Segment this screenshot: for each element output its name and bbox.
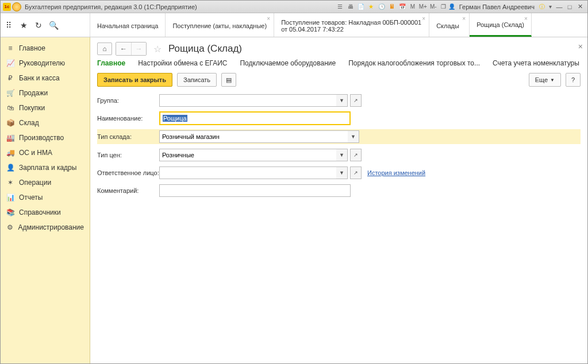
tab-close-icon[interactable]: × — [462, 16, 466, 22]
tab-close-icon[interactable]: × — [524, 16, 528, 22]
sidebar-label: ОС и НМА — [19, 149, 52, 157]
box-icon: 📦 — [6, 119, 14, 127]
type-dropdown-button[interactable]: ▼ — [348, 130, 359, 143]
tab-start-page[interactable]: Начальная страница — [90, 13, 166, 37]
main-menu-button[interactable] — [12, 2, 21, 11]
group-input[interactable] — [159, 94, 336, 107]
factory-icon: 🏭 — [6, 134, 14, 142]
subtab-equipment[interactable]: Подключаемое оборудование — [240, 59, 336, 67]
tab-label: Начальная страница — [97, 22, 158, 29]
sidebar-label: Производство — [19, 134, 64, 142]
sidebar-item-salary[interactable]: 👤Зарплата и кадры — [1, 160, 90, 175]
sidebar-label: Покупки — [19, 104, 45, 112]
price-type-input[interactable] — [159, 149, 336, 161]
app-logo-icon: 1c — [3, 3, 11, 11]
user-icon: 👤 — [448, 3, 456, 11]
tab-close-icon[interactable]: × — [267, 16, 270, 22]
name-input[interactable]: Рощица — [159, 111, 351, 125]
sidebar-label: Продажи — [19, 89, 48, 97]
toolbar-fav-icon[interactable]: ★ — [367, 3, 375, 11]
toolbar-print-icon[interactable]: 🖶 — [347, 3, 355, 11]
history-icon[interactable]: ↻ — [34, 21, 43, 30]
apps-icon[interactable]: ⠿ — [4, 21, 13, 30]
ops-icon: ✶ — [6, 179, 14, 187]
list-button[interactable]: ▤ — [221, 73, 236, 87]
group-dropdown-button[interactable]: ▼ — [336, 94, 348, 107]
nav-back-button[interactable]: ← — [116, 42, 131, 55]
price-dropdown-button[interactable]: ▼ — [336, 149, 348, 161]
cart-icon: 🛒 — [6, 89, 14, 97]
responsible-input[interactable] — [159, 166, 336, 179]
sidebar-label: Зарплата и кадры — [19, 164, 76, 172]
document-tabs: Начальная страница Поступление (акты, на… — [90, 13, 587, 37]
warehouse-type-select[interactable] — [159, 130, 348, 143]
close-window-button[interactable]: ✕ — [576, 3, 584, 11]
comment-input[interactable] — [159, 184, 351, 197]
content-area: × ⌂ ← → ☆ Рощица (Склад) Главное Настрой… — [90, 37, 587, 363]
page-title: Рощица (Склад) — [168, 43, 242, 55]
tab-label: Рощица (Склад) — [476, 21, 524, 28]
subtab-egais[interactable]: Настройки обмена с ЕГАИС — [138, 59, 227, 67]
minimize-button[interactable]: — — [555, 3, 563, 11]
home-button[interactable]: ⌂ — [97, 42, 112, 55]
sidebar-item-manager[interactable]: 📈Руководителю — [1, 56, 90, 71]
sidebar-item-bank[interactable]: ₽Банк и касса — [1, 71, 90, 86]
sidebar-item-directories[interactable]: 📚Справочники — [1, 205, 90, 220]
sidebar-label: Руководителю — [19, 59, 65, 67]
sidebar-item-sales[interactable]: 🛒Продажи — [1, 86, 90, 100]
save-close-button[interactable]: Записать и закрыть — [97, 73, 172, 87]
history-link[interactable]: История изменений — [367, 169, 425, 176]
toolbar-calc-icon[interactable]: 🖩 — [388, 3, 396, 11]
tab-label: Склады — [436, 22, 462, 29]
sidebar-item-reports[interactable]: 📊Отчеты — [1, 190, 90, 205]
save-button[interactable]: Записать — [177, 73, 217, 87]
sidebar-item-production[interactable]: 🏭Производство — [1, 130, 90, 145]
close-page-button[interactable]: × — [578, 42, 583, 51]
info-icon[interactable]: ⓘ — [538, 3, 546, 11]
toolbar-m-plus[interactable]: M+ — [419, 3, 427, 11]
toolbar-windows-icon[interactable]: ❐ — [440, 3, 448, 11]
responsible-open-button[interactable]: ↗ — [350, 166, 362, 179]
price-label: Тип цен: — [97, 152, 159, 158]
more-button[interactable]: Еще ▼ — [529, 73, 561, 87]
person-icon: 👤 — [6, 164, 14, 172]
price-open-button[interactable]: ↗ — [350, 149, 362, 161]
dropdown-icon[interactable]: ▾ — [546, 3, 554, 11]
chevron-down-icon: ▼ — [550, 78, 555, 83]
subtab-accounts[interactable]: Счета учета номенклатуры — [493, 59, 579, 67]
type-label: Тип склада: — [97, 133, 159, 140]
toolbar-clock-icon[interactable]: 🕓 — [378, 3, 386, 11]
sidebar-item-main[interactable]: ≡Главное — [1, 41, 90, 56]
tab-receipts[interactable]: Поступление (акты, накладные)× — [166, 13, 274, 37]
maximize-button[interactable]: □ — [566, 3, 574, 11]
top-left-toolbar: ⠿ ★ ↻ 🔍 — [1, 13, 90, 37]
app-title: Бухгалтерия предприятия, редакция 3.0 (1… — [25, 3, 197, 10]
toolbar-cal-icon[interactable]: 📅 — [398, 3, 406, 11]
tab-close-icon[interactable]: × — [422, 16, 425, 22]
nav-forward-button[interactable]: → — [131, 42, 146, 55]
tab-goods-receipt[interactable]: Поступление товаров: Накладная 00БП-0000… — [274, 13, 429, 37]
more-label: Еще — [535, 76, 548, 83]
sidebar-item-warehouse[interactable]: 📦Склад — [1, 115, 90, 130]
tab-warehouses[interactable]: Склады× — [429, 13, 470, 37]
help-button[interactable]: ? — [566, 73, 581, 87]
responsible-dropdown-button[interactable]: ▼ — [336, 166, 348, 179]
gear-icon: ⚙ — [6, 223, 14, 231]
group-open-button[interactable]: ↗ — [350, 94, 362, 107]
toolbar-m-minus[interactable]: M- — [429, 3, 437, 11]
sidebar-item-admin[interactable]: ⚙Администрирование — [1, 220, 90, 235]
star-icon[interactable]: ★ — [19, 21, 28, 30]
chart-icon: 📈 — [6, 59, 14, 67]
favorite-star-icon[interactable]: ☆ — [153, 44, 162, 55]
tab-roshchitsa[interactable]: Рощица (Склад)× — [470, 13, 532, 37]
sidebar-item-assets[interactable]: 🚚ОС и НМА — [1, 145, 90, 160]
toolbar-icon-3[interactable]: 📄 — [357, 3, 365, 11]
truck-icon: 🚚 — [6, 149, 14, 157]
subtab-tax[interactable]: Порядок налогообложения торговых то... — [348, 59, 480, 67]
subtab-main[interactable]: Главное — [97, 59, 125, 67]
sidebar-item-operations[interactable]: ✶Операции — [1, 175, 90, 190]
toolbar-m[interactable]: M — [409, 3, 417, 11]
toolbar-icon-1[interactable]: ☰ — [336, 3, 344, 11]
search-icon[interactable]: 🔍 — [49, 21, 58, 30]
sidebar-item-purchases[interactable]: 🛍Покупки — [1, 100, 90, 115]
